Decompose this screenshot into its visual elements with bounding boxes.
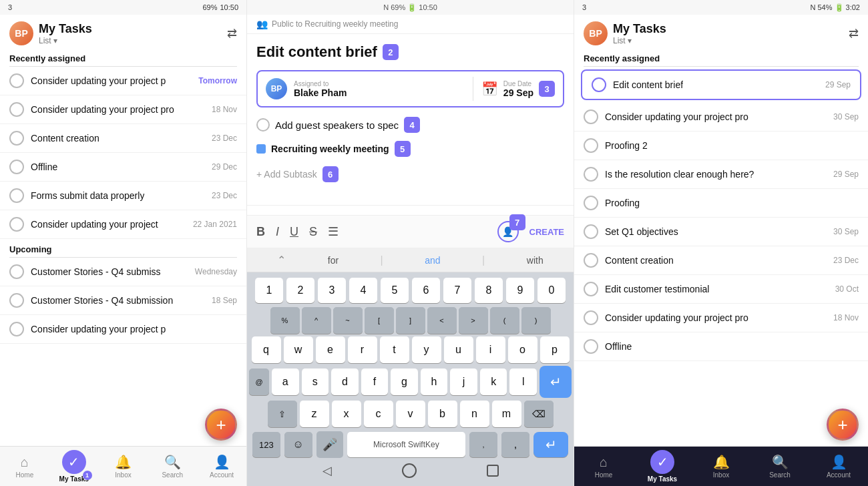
bold-btn[interactable]: B [256,225,265,239]
key-8[interactable]: 8 [475,278,503,303]
key-parenl[interactable]: ( [490,307,519,334]
key-x[interactable]: x [332,401,361,427]
task-item-r2[interactable]: Consider updating your project pro 30 Se… [574,103,868,132]
key-i[interactable]: i [476,336,505,363]
task-circle-r1[interactable] [592,77,606,92]
home-btn-home[interactable] [402,463,417,478]
key-at[interactable]: @ [249,369,269,395]
key-n[interactable]: n [460,401,489,427]
autocomplete-and[interactable]: and [425,255,440,266]
nav-search-left[interactable]: 🔍 Search [148,454,197,479]
task-item-6[interactable]: Consider updating your project 22 Jan 20… [0,210,246,239]
list-subtitle-right[interactable]: List ▾ [613,36,666,45]
key-w[interactable]: w [284,336,313,363]
key-a[interactable]: a [272,369,299,395]
task-item-r4[interactable]: Is the resolution clear enough here? 29 … [574,160,868,189]
key-7[interactable]: 7 [443,278,471,303]
add-subtask-row[interactable]: + Add Subtask 6 [256,166,564,182]
project-row[interactable]: Recruiting weekly meeting 5 [256,141,564,157]
key-v[interactable]: v [396,401,425,427]
assignment-row[interactable]: BP Assigned to Blake Pham 📅 Due Date 29 … [256,70,564,107]
task-item-r10[interactable]: Offline [574,332,868,361]
list-btn[interactable]: ☰ [328,224,339,239]
fab-left[interactable]: + [205,409,237,441]
key-0[interactable]: 0 [537,278,566,303]
create-button[interactable]: CREATE [529,227,564,237]
key-1[interactable]: 1 [255,278,283,303]
italic-btn[interactable]: I [276,225,279,239]
task-circle-r9[interactable] [584,310,598,325]
task-item-r6[interactable]: Set Q1 objectives 30 Sep [574,218,868,246]
key-p[interactable]: p [540,336,570,363]
task-circle-3[interactable] [9,131,24,146]
key-9[interactable]: 9 [506,278,534,303]
key-z[interactable]: z [300,401,329,427]
key-5[interactable]: 5 [381,278,409,303]
home-btn-back[interactable]: ◁ [322,463,332,478]
key-m[interactable]: m [492,401,521,427]
nav-inbox-right[interactable]: 🔔 Inbox [692,454,750,479]
home-btn-recent[interactable] [487,465,499,477]
chevron-up-icon[interactable]: ⌃ [277,254,286,266]
key-bracketr[interactable]: ] [396,307,425,334]
task-item-7[interactable]: Customer Stories - Q4 submiss Wednesday [0,258,246,286]
key-3[interactable]: 3 [318,278,346,303]
task-circle-r8[interactable] [584,282,598,296]
key-2[interactable]: 2 [286,278,314,303]
task-circle-9[interactable] [9,322,24,336]
key-parenr[interactable]: ) [521,307,551,334]
key-period[interactable]: , [501,432,529,457]
task-item-1[interactable]: Consider updating your project p Tomorro… [0,67,246,95]
add-guest-row[interactable]: Add guest speakers to spec 4 [256,117,564,133]
key-pct[interactable]: % [270,307,300,334]
strikethrough-btn[interactable]: S [309,225,317,239]
task-circle-r10[interactable] [584,339,598,354]
task-item-4[interactable]: Offline 29 Dec [0,153,246,182]
task-circle-6[interactable] [9,217,24,232]
return-key[interactable]: ↵ [539,366,572,398]
nav-mytasks-right[interactable]: ✓ My Tasks [633,450,692,483]
delete-key[interactable]: ⌫ [524,401,554,427]
nav-account-right[interactable]: 👤 Account [809,454,868,479]
nav-inbox-left[interactable]: 🔔 Inbox [99,454,148,479]
key-q[interactable]: q [252,336,281,363]
task-circle-2[interactable] [9,102,24,117]
autocomplete-for[interactable]: for [328,255,339,266]
task-item-r8[interactable]: Edit customer testimonial 30 Oct [574,275,868,304]
key-comma[interactable]: , [469,432,497,457]
task-circle-r5[interactable] [584,196,598,210]
task-item-5[interactable]: Forms submit data properly 23 Dec [0,182,246,210]
task-circle-5[interactable] [9,188,24,203]
autocomplete-with[interactable]: with [527,255,544,266]
key-6[interactable]: 6 [412,278,440,303]
list-subtitle-left[interactable]: List ▾ [39,36,92,45]
key-b[interactable]: b [428,401,457,427]
key-emoji[interactable]: ☺ [284,432,312,457]
task-item-8[interactable]: Customer Stories - Q4 submission 18 Sep [0,286,246,315]
key-d[interactable]: d [331,369,359,395]
task-circle-r2[interactable] [584,109,598,124]
underline-btn[interactable]: U [290,225,298,239]
key-bracketl[interactable]: [ [365,307,394,334]
task-circle-1[interactable] [9,73,24,88]
task-item-r3[interactable]: Proofing 2 [574,132,868,160]
task-circle-r4[interactable] [584,167,598,182]
task-item-r7[interactable]: Content creation 23 Dec [574,246,868,275]
nav-home-right[interactable]: ⌂ Home [574,455,633,479]
key-l[interactable]: l [509,369,537,395]
key-u[interactable]: u [444,336,473,363]
task-circle-r3[interactable] [584,138,598,153]
task-item-r9[interactable]: Consider updating your project pro 18 No… [574,304,868,332]
filter-icon-left[interactable]: ⇄ [227,26,237,41]
key-h[interactable]: h [421,369,448,395]
task-item-9[interactable]: Consider updating your project p [0,315,246,344]
nav-account-left[interactable]: 👤 Account [197,454,246,479]
task-item-r5[interactable]: Proofing [574,189,868,218]
fab-right[interactable]: + [827,409,859,441]
key-k[interactable]: k [480,369,507,395]
task-circle-7[interactable] [9,264,24,279]
task-item-r1[interactable]: Edit content brief 29 Sep [581,69,861,100]
nav-search-right[interactable]: 🔍 Search [750,454,809,479]
task-item-3[interactable]: Content creation 23 Dec [0,124,246,153]
shift-key[interactable]: ⇧ [268,401,297,427]
